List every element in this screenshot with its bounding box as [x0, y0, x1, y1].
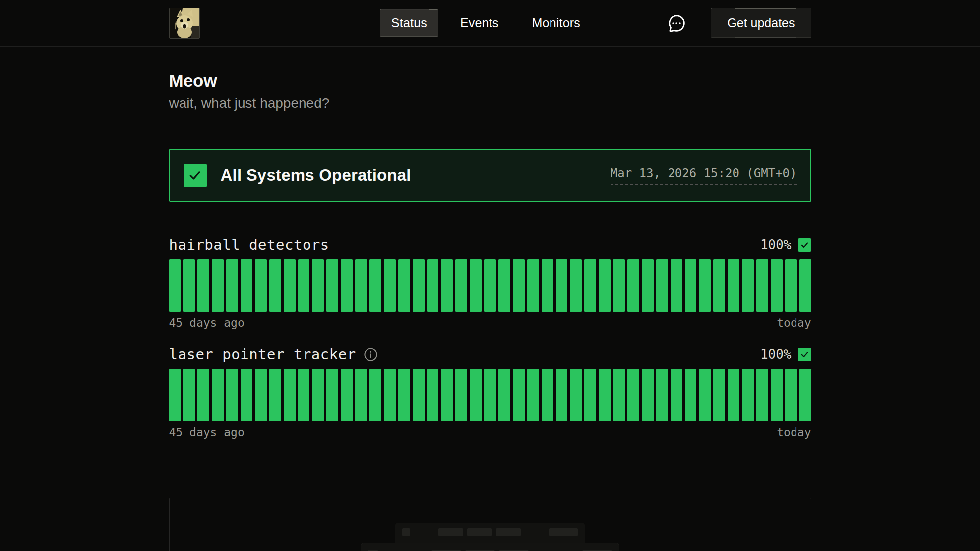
uptime-bar[interactable]: [312, 259, 324, 312]
uptime-bar[interactable]: [771, 369, 783, 421]
uptime-bar[interactable]: [799, 259, 811, 312]
uptime-bar[interactable]: [498, 369, 510, 421]
range-start-label: 45 days ago: [169, 316, 245, 329]
uptime-bar[interactable]: [470, 369, 482, 421]
uptime-bar[interactable]: [728, 369, 739, 421]
uptime-bar[interactable]: [269, 369, 281, 421]
uptime-bar[interactable]: [441, 369, 453, 421]
status-timestamp[interactable]: Mar 13, 2026 15:20 (GMT+0): [611, 166, 797, 185]
uptime-bar[interactable]: [642, 259, 654, 312]
uptime-bar[interactable]: [584, 259, 596, 312]
uptime-bar[interactable]: [284, 259, 296, 312]
uptime-bar[interactable]: [599, 259, 611, 312]
uptime-bar[interactable]: [570, 369, 582, 421]
uptime-bar[interactable]: [398, 369, 410, 421]
tab-events[interactable]: Events: [449, 9, 510, 37]
uptime-bar[interactable]: [484, 369, 496, 421]
uptime-bar[interactable]: [269, 259, 281, 312]
tab-monitors[interactable]: Monitors: [521, 9, 592, 37]
uptime-bar[interactable]: [284, 369, 296, 421]
uptime-bar[interactable]: [455, 369, 467, 421]
uptime-bar[interactable]: [384, 369, 396, 421]
uptime-bar[interactable]: [613, 369, 625, 421]
uptime-bar[interactable]: [413, 369, 425, 421]
uptime-bar[interactable]: [241, 259, 252, 312]
uptime-bar[interactable]: [197, 369, 209, 421]
uptime-bar[interactable]: [398, 259, 410, 312]
uptime-bar[interactable]: [627, 369, 639, 421]
uptime-bar[interactable]: [212, 369, 224, 421]
uptime-bar[interactable]: [584, 369, 596, 421]
uptime-bar[interactable]: [355, 259, 367, 312]
uptime-bar[interactable]: [785, 369, 797, 421]
uptime-bar[interactable]: [685, 369, 697, 421]
info-icon[interactable]: [364, 347, 378, 362]
uptime-bar[interactable]: [699, 259, 711, 312]
uptime-bar[interactable]: [685, 259, 697, 312]
uptime-bar[interactable]: [255, 259, 267, 312]
uptime-bar[interactable]: [312, 369, 324, 421]
feedback-button[interactable]: [666, 13, 687, 34]
get-updates-button[interactable]: Get updates: [711, 8, 811, 38]
uptime-bar[interactable]: [241, 369, 252, 421]
uptime-bar[interactable]: [713, 369, 725, 421]
uptime-bar[interactable]: [384, 259, 396, 312]
uptime-bar[interactable]: [699, 369, 711, 421]
uptime-bar[interactable]: [799, 369, 811, 421]
uptime-bar[interactable]: [742, 259, 754, 312]
uptime-bar[interactable]: [627, 259, 639, 312]
uptime-bar[interactable]: [298, 259, 310, 312]
uptime-bar[interactable]: [671, 369, 682, 421]
uptime-bar[interactable]: [326, 259, 338, 312]
uptime-bar[interactable]: [427, 259, 439, 312]
uptime-bar[interactable]: [785, 259, 797, 312]
range-end-label: today: [777, 426, 811, 439]
uptime-bar[interactable]: [369, 259, 381, 312]
uptime-bar[interactable]: [542, 259, 553, 312]
uptime-bar[interactable]: [599, 369, 611, 421]
uptime-bar[interactable]: [255, 369, 267, 421]
uptime-bar[interactable]: [513, 259, 525, 312]
uptime-bar[interactable]: [498, 259, 510, 312]
uptime-bar[interactable]: [527, 259, 539, 312]
uptime-bar[interactable]: [369, 369, 381, 421]
uptime-bar[interactable]: [484, 259, 496, 312]
uptime-bar[interactable]: [326, 369, 338, 421]
uptime-bar[interactable]: [183, 369, 195, 421]
uptime-bar[interactable]: [527, 369, 539, 421]
uptime-bar[interactable]: [212, 259, 224, 312]
uptime-bar[interactable]: [341, 369, 353, 421]
uptime-bar[interactable]: [656, 259, 668, 312]
uptime-bar[interactable]: [169, 369, 181, 421]
uptime-bar[interactable]: [742, 369, 754, 421]
uptime-bar[interactable]: [728, 259, 739, 312]
tab-status[interactable]: Status: [380, 9, 438, 37]
uptime-bar[interactable]: [556, 259, 568, 312]
uptime-bar[interactable]: [197, 259, 209, 312]
uptime-bar[interactable]: [298, 369, 310, 421]
uptime-bar[interactable]: [756, 369, 768, 421]
uptime-bar[interactable]: [613, 259, 625, 312]
uptime-bar[interactable]: [556, 369, 568, 421]
uptime-bar[interactable]: [427, 369, 439, 421]
uptime-bar[interactable]: [183, 259, 195, 312]
uptime-bar[interactable]: [771, 259, 783, 312]
uptime-bar[interactable]: [671, 259, 682, 312]
uptime-bar[interactable]: [355, 369, 367, 421]
uptime-bar[interactable]: [713, 259, 725, 312]
uptime-bar[interactable]: [455, 259, 467, 312]
uptime-bar[interactable]: [570, 259, 582, 312]
uptime-bar[interactable]: [341, 259, 353, 312]
uptime-bar[interactable]: [542, 369, 553, 421]
uptime-bar[interactable]: [169, 259, 181, 312]
uptime-bar[interactable]: [226, 259, 238, 312]
uptime-bar[interactable]: [441, 259, 453, 312]
site-logo[interactable]: [169, 8, 200, 39]
uptime-bar[interactable]: [513, 369, 525, 421]
uptime-bar[interactable]: [642, 369, 654, 421]
uptime-bar[interactable]: [470, 259, 482, 312]
uptime-bar[interactable]: [756, 259, 768, 312]
uptime-bar[interactable]: [656, 369, 668, 421]
uptime-bar[interactable]: [413, 259, 425, 312]
uptime-bar[interactable]: [226, 369, 238, 421]
